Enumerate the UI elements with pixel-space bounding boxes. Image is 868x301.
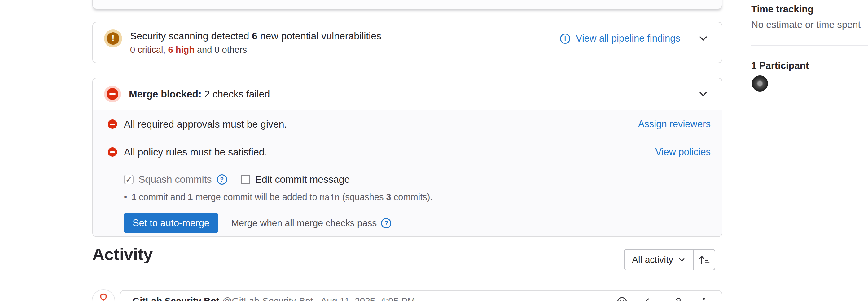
comment-actions [616,296,709,301]
merge-action-row: Set to auto-merge Merge when all merge c… [124,213,711,234]
auto-merge-note: Merge when all merge checks pass [231,218,377,228]
time-tracking-title: Time tracking [751,4,813,15]
commit-options-row: ✓ Squash commits ? Edit commit message [124,174,711,185]
merge-widget-chevron-down-icon[interactable] [696,87,711,102]
squash-count: 3 [386,192,391,202]
merge-check-text: All required approvals must be given. [124,118,287,130]
gitlab-security-bot-avatar[interactable] [92,289,115,301]
bullet: • [124,191,127,203]
merge-widget-footer: ✓ Squash commits ? Edit commit message •… [93,166,722,237]
merge-check-policies-row: All policy rules must be satisfied. View… [93,138,722,166]
blocked-minus-icon [106,88,118,100]
squash-help-icon[interactable]: ? [217,174,227,185]
merge-blocked-detail: 2 checks failed [202,88,270,100]
view-pipeline-findings-link[interactable]: View all pipeline findings [576,33,680,44]
merge-check-text: All policy rules must be satisfied. [124,146,267,158]
chevron-down-icon [678,256,686,264]
right-sidebar: Time tracking No estimate or time spent … [751,0,868,301]
divider [688,84,688,104]
copy-link-icon[interactable] [671,296,682,301]
assign-reviewers-link[interactable]: Assign reviewers [638,118,711,130]
divider [688,29,688,48]
security-vuln-count: 6 [252,30,257,42]
merge-commit-count: 1 [188,192,193,202]
participant-avatar[interactable] [752,75,768,91]
comment-author[interactable]: GitLab Security Bot [132,296,219,301]
reply-icon[interactable] [644,296,655,301]
severity-high-count: 6 high [168,45,194,55]
note-text: merge commit will be added to [193,192,319,202]
security-severity-summary: 0 critical, 6 high and 0 others [130,44,381,55]
comment-meta: @GitLab-Security-Bot · Aug 11, 2025, 4:0… [222,296,415,301]
merge-check-approvals-row: All required approvals must be given. As… [93,110,722,138]
sort-ascending-icon [698,253,710,266]
info-icon[interactable]: i [560,33,570,44]
merge-blocked-title: Merge blocked: 2 checks failed [129,88,270,100]
commit-count: 1 [131,192,136,202]
time-tracking-value: No estimate or time spent [751,19,861,30]
check-failed-icon [108,119,117,129]
note-text: (squashes [340,192,386,202]
squash-commits-label: Squash commits [138,174,212,185]
security-title-post: new potential vulnerabilities [257,30,381,42]
activity-controls: All activity [624,249,715,270]
participants-title: 1 Participant [751,60,809,72]
target-branch-name: main [320,193,340,202]
comment-item: GitLab Security Bot @GitLab-Security-Bot… [120,290,722,301]
merge-blocked-label: Merge blocked: [129,88,202,100]
previous-widget-partial [92,0,722,9]
check-failed-icon [108,147,117,157]
merge-header-actions [680,85,711,103]
set-auto-merge-button[interactable]: Set to auto-merge [124,213,218,234]
add-reaction-icon[interactable] [616,296,628,301]
view-policies-link[interactable]: View policies [655,146,711,158]
commit-summary-note: • 1 commit and 1 merge commit will be ad… [124,191,711,203]
activity-heading: Activity [92,245,153,264]
severity-critical-count: 0 critical, [130,45,168,55]
security-widget-chevron-down-icon[interactable] [696,31,711,46]
merge-blocked-icon [104,86,121,102]
security-scan-title: Security scanning detected 6 new potenti… [130,29,381,43]
divider [751,45,868,46]
severity-others: and 0 others [194,45,247,55]
activity-filter-dropdown[interactable]: All activity [624,250,693,270]
commit-summary-text: 1 commit and 1 merge commit will be adde… [131,191,432,203]
security-scan-text: Security scanning detected 6 new potenti… [130,29,381,55]
activity-sort-button[interactable] [693,250,715,270]
security-scan-actions: i View all pipeline findings [560,29,711,48]
warning-exclamation-icon: ! [107,32,119,45]
tanuki-shield-icon [95,292,112,301]
note-text: commits). [391,192,433,202]
squash-commits-checkbox[interactable]: ✓ [124,175,133,184]
activity-filter-label: All activity [632,254,673,265]
warning-icon: ! [104,29,122,48]
note-text: commit and [136,192,188,202]
security-scan-widget: ! Security scanning detected 6 new poten… [92,22,722,63]
auto-merge-help-icon[interactable]: ? [381,218,391,228]
edit-commit-message-label: Edit commit message [255,174,350,185]
merge-blocked-header: Merge blocked: 2 checks failed [93,78,722,110]
security-title-pre: Security scanning detected [130,30,252,42]
merge-widget: Merge blocked: 2 checks failed All requi… [92,78,722,237]
more-options-ellipsis-icon[interactable] [698,296,709,301]
edit-commit-message-checkbox[interactable] [241,175,250,184]
